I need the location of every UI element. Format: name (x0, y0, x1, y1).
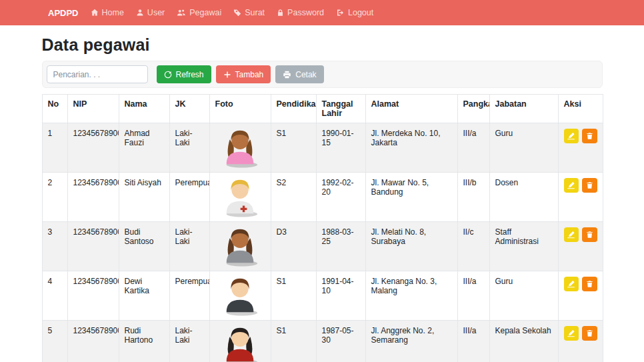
cell-nip: 123456789001 (67, 123, 119, 173)
cell-alamat: Jl. Mawar No. 5, Bandung (365, 173, 457, 222)
edit-button[interactable] (564, 178, 579, 193)
edit-button[interactable] (564, 277, 579, 291)
cell-jabatan: Kepala Sekolah (489, 321, 558, 362)
delete-button[interactable] (582, 129, 597, 143)
column-header-nip: NIP (67, 95, 119, 123)
actions-cell (558, 222, 603, 271)
search-input[interactable] (47, 65, 148, 83)
edit-button[interactable] (564, 227, 579, 242)
delete-button[interactable] (582, 178, 597, 193)
table-row: 5123456789005Rudi HartonoLaki-LakiS11987… (42, 321, 603, 362)
users-icon (177, 9, 186, 17)
cell-alamat: Jl. Merdeka No. 10, Jakarta (365, 123, 457, 173)
cell-jabatan: Staff Administrasi (489, 222, 558, 271)
cetak-button[interactable]: Cetak (275, 65, 323, 83)
column-header-jk: JK (169, 95, 209, 123)
page-title: Data pegawai (42, 35, 603, 55)
plus-icon (223, 71, 231, 79)
delete-button[interactable] (582, 326, 597, 341)
actions-cell (558, 123, 603, 173)
nav-item-pegawai[interactable]: Pegawai (177, 8, 221, 17)
cell-nip: 123456789003 (67, 222, 119, 271)
edit-button[interactable] (564, 326, 579, 341)
nav-item-home[interactable]: Home (91, 8, 124, 17)
nav-item-label: User (147, 8, 165, 17)
cell-tanggal_lahir: 1988-03-25 (316, 222, 365, 271)
cell-pangkat: III/a (457, 123, 489, 173)
column-header-pangkat: Pangkat (457, 95, 489, 123)
refresh-icon (164, 71, 172, 79)
table-row: 1123456789001Ahmad FauziLaki-LakiS11990-… (42, 123, 603, 173)
cell-jabatan: Dosen (489, 173, 558, 222)
employee-photo (209, 321, 271, 362)
cell-no: 5 (42, 321, 67, 362)
cell-nip: 123456789005 (67, 321, 119, 362)
refresh-button[interactable]: Refresh (157, 65, 211, 83)
cell-alamat: Jl. Kenanga No. 3, Malang (365, 271, 457, 321)
nav-item-logout[interactable]: Logout (336, 8, 373, 17)
logout-icon (336, 9, 345, 17)
cell-nama: Siti Aisyah (119, 173, 169, 222)
delete-button[interactable] (582, 277, 597, 291)
cell-pendidikan: S1 (271, 123, 316, 173)
cell-no: 3 (42, 222, 67, 271)
cell-pangkat: III/a (457, 271, 489, 321)
nav-item-label: Pegawai (189, 8, 221, 17)
tambah-button[interactable]: Tambah (216, 65, 271, 83)
nav-item-label: Home (102, 8, 124, 17)
cell-no: 2 (42, 173, 67, 222)
nav-item-surat[interactable]: Surat (233, 8, 265, 17)
column-header-no: No (42, 95, 67, 123)
table-row: 3123456789003Budi SantosoLaki-LakiD31988… (42, 222, 603, 271)
cell-nama: Ahmad Fauzi (119, 123, 169, 173)
nav-item-user[interactable]: User (136, 8, 165, 17)
actions-cell (558, 321, 603, 362)
nav-item-label: Password (287, 8, 324, 17)
column-header-tanggal-lahir: Tanggal Lahir (316, 95, 365, 123)
column-header-jabatan: Jabatan (489, 95, 558, 123)
column-header-foto: Foto (209, 95, 271, 123)
cell-jabatan: Guru (489, 271, 558, 321)
lock-icon (277, 9, 284, 17)
cell-tanggal_lahir: 1992-02-20 (316, 173, 365, 222)
page-container: Data pegawai Refresh Tambah Cetak NoNIPN… (42, 35, 603, 362)
cetak-label: Cetak (295, 70, 316, 79)
cell-pendidikan: S1 (271, 321, 316, 362)
cell-pendidikan: S1 (271, 271, 316, 321)
cell-no: 4 (42, 271, 67, 321)
toolbar-panel: Refresh Tambah Cetak (42, 61, 603, 88)
employee-photo (209, 271, 271, 321)
column-header-alamat: Alamat (365, 95, 457, 123)
column-header-pendidikan: Pendidikan (271, 95, 316, 123)
nav-item-password[interactable]: Password (277, 8, 324, 17)
cell-alamat: Jl. Anggrek No. 2, Semarang (365, 321, 457, 362)
cell-jabatan: Guru (489, 123, 558, 173)
table-row: 2123456789002Siti AisyahPerempuanS21992-… (42, 173, 603, 222)
delete-button[interactable] (582, 227, 597, 242)
home-icon (91, 9, 99, 17)
column-header-aksi: Aksi (558, 95, 603, 123)
brand[interactable]: APDPD (48, 8, 79, 18)
cell-jk: Laki-Laki (169, 222, 209, 271)
nav-items: HomeUserPegawaiSuratPasswordLogout (91, 8, 374, 17)
printer-icon (283, 71, 291, 79)
employee-photo (209, 222, 271, 271)
edit-button[interactable] (564, 129, 579, 143)
cell-alamat: Jl. Melati No. 8, Surabaya (365, 222, 457, 271)
cell-pendidikan: S2 (271, 173, 316, 222)
nav-item-label: Surat (245, 8, 265, 17)
tambah-label: Tambah (235, 70, 264, 79)
actions-cell (558, 173, 603, 222)
employee-photo (209, 123, 271, 173)
cell-nama: Rudi Hartono (119, 321, 169, 362)
table-row: 4123456789004Dewi KartikaPerempuanS11991… (42, 271, 603, 321)
column-header-nama: Nama (119, 95, 169, 123)
nav-item-label: Logout (348, 8, 373, 17)
cell-nama: Dewi Kartika (119, 271, 169, 321)
cell-nip: 123456789004 (67, 271, 119, 321)
cell-nip: 123456789002 (67, 173, 119, 222)
actions-cell (558, 271, 603, 321)
cell-nama: Budi Santoso (119, 222, 169, 271)
cell-pendidikan: D3 (271, 222, 316, 271)
cell-pangkat: II/c (457, 222, 489, 271)
